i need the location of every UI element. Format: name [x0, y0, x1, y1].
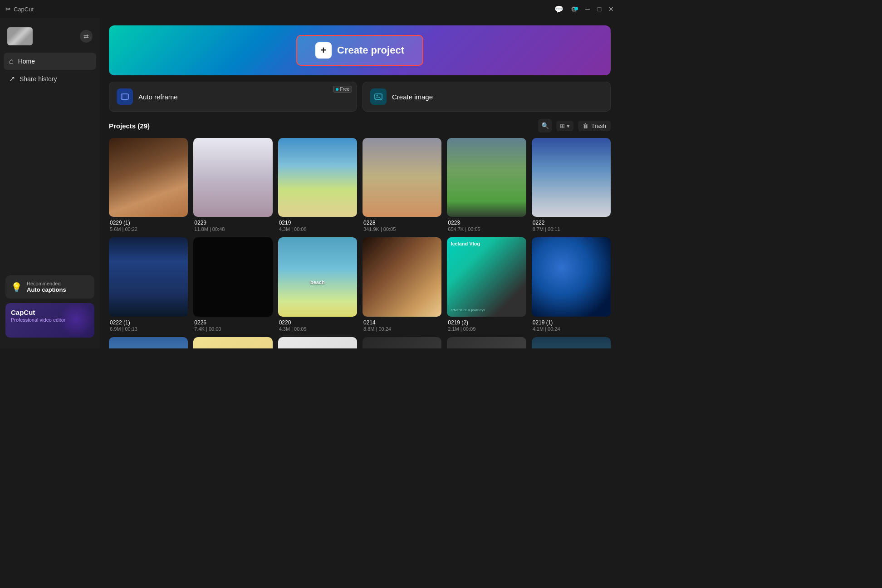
project-meta-8: 4.3M | 00:05: [279, 326, 356, 332]
project-thumb-6: [109, 237, 188, 316]
project-name-5: 0222: [533, 220, 610, 226]
view-toggle-button[interactable]: ⊞ ▾: [556, 121, 573, 131]
recommended-text-area: Recommended Auto captions: [27, 281, 66, 293]
title-bar-right: 💬 ⚙ ─ □ ✕: [554, 5, 614, 14]
auto-reframe-card[interactable]: Auto reframe Free: [109, 82, 357, 112]
project-card-11[interactable]: 0219 (1) 4.1M | 00:24: [532, 237, 611, 331]
app-logo-icon: ✂: [5, 5, 11, 13]
capcut-promo-card[interactable]: CapCut Professional video editor: [5, 303, 94, 338]
project-card-8[interactable]: beach 0220 4.3M | 00:05: [278, 237, 357, 331]
project-meta-3: 341.9K | 00:05: [363, 226, 441, 232]
project-card-14[interactable]: 📱: [278, 337, 357, 348]
create-project-button[interactable]: + Create project: [296, 35, 423, 66]
project-meta-9: 8.8M | 00:24: [363, 326, 441, 332]
project-card-2[interactable]: 0219 4.3M | 00:08: [278, 138, 357, 232]
plus-icon: +: [315, 42, 332, 59]
project-name-7: 0226: [194, 319, 271, 326]
message-icon[interactable]: 💬: [554, 5, 564, 13]
project-name-11: 0219 (1): [533, 319, 610, 326]
create-project-label: Create project: [337, 44, 404, 56]
sidebar-nav: ⌂ Home ↗ Share history: [0, 53, 100, 270]
project-card-4[interactable]: 0223 654.7K | 00:05: [447, 138, 526, 232]
close-button[interactable]: ✕: [608, 6, 614, 12]
project-info-5: 0222 8.7M | 00:11: [532, 220, 611, 232]
project-card-10[interactable]: Iceland Vlog adventure & journeys 0219 (…: [447, 237, 526, 331]
project-card-0[interactable]: 0229 (1) 5.6M | 00:22: [109, 138, 188, 232]
project-info-10: 0219 (2) 2.1M | 00:09: [447, 319, 526, 332]
search-icon: 🔍: [541, 122, 549, 129]
sidebar-item-home-label: Home: [18, 58, 35, 65]
project-thumb-17: [532, 337, 611, 348]
project-card-1[interactable]: 0229 11.8M | 00:48: [193, 138, 272, 232]
project-card-13[interactable]: ❤️: [193, 337, 272, 348]
project-card-12[interactable]: [109, 337, 188, 348]
recommended-label: Recommended: [27, 281, 66, 286]
project-card-5[interactable]: 0222 8.7M | 00:11: [532, 138, 611, 232]
create-image-card[interactable]: Create image: [363, 82, 611, 112]
project-info-11: 0219 (1) 4.1M | 00:24: [532, 319, 611, 332]
project-name-8: 0220: [279, 319, 356, 326]
project-meta-11: 4.1M | 00:24: [533, 326, 610, 332]
project-card-16[interactable]: Default text: [447, 337, 526, 348]
search-projects-button[interactable]: 🔍: [538, 119, 552, 132]
sidebar-item-home[interactable]: ⌂ Home: [4, 53, 96, 70]
project-thumb-2: [278, 138, 357, 217]
bulb-icon: 💡: [11, 282, 22, 293]
sidebar-bottom: 💡 Recommended Auto captions CapCut Profe…: [0, 270, 100, 343]
project-card-7[interactable]: 0226 7.4K | 00:00: [193, 237, 272, 331]
quick-actions: Auto reframe Free Create image: [109, 82, 611, 112]
create-image-icon: [370, 88, 387, 105]
home-icon: ⌂: [9, 57, 14, 65]
project-meta-5: 8.7M | 00:11: [533, 226, 610, 232]
projects-header: Projects (29) 🔍 ⊞ ▾ 🗑 Trash: [109, 119, 611, 132]
project-name-10: 0219 (2): [448, 319, 525, 326]
project-name-1: 0229: [194, 220, 271, 226]
project-thumb-8: beach: [278, 237, 357, 316]
project-info-9: 0214 8.8M | 00:24: [363, 319, 441, 332]
project-meta-7: 7.4K | 00:00: [194, 326, 271, 332]
project-card-17[interactable]: [532, 337, 611, 348]
projects-title: Projects (29): [109, 122, 150, 130]
project-card-9[interactable]: 0214 8.8M | 00:24: [363, 237, 441, 331]
project-thumb-9: [363, 237, 441, 316]
project-name-4: 0223: [448, 220, 525, 226]
hero-banner: + Create project: [109, 25, 611, 75]
project-info-1: 0229 11.8M | 00:48: [193, 220, 272, 232]
title-bar: ✂ CapCut 💬 ⚙ ─ □ ✕: [0, 0, 620, 18]
project-card-3[interactable]: 0228 341.9K | 00:05: [363, 138, 441, 232]
project-info-6: 0222 (1) 6.9M | 00:13: [109, 319, 188, 332]
chevron-down-icon: ▾: [567, 122, 570, 129]
promo-bg-glow: [58, 303, 94, 338]
grid-icon: ⊞: [560, 122, 565, 129]
project-card-6[interactable]: 0222 (1) 6.9M | 00:13: [109, 237, 188, 331]
avatar: [7, 27, 33, 45]
app-name: CapCut: [14, 6, 34, 13]
project-thumb-13: ❤️: [193, 337, 272, 348]
project-info-8: 0220 4.3M | 00:05: [278, 319, 357, 332]
project-thumb-0: [109, 138, 188, 217]
project-thumb-5: [532, 138, 611, 217]
project-thumb-16: Default text: [447, 337, 526, 348]
minimize-button[interactable]: ─: [584, 6, 591, 12]
account-switch-button[interactable]: ⇄: [80, 30, 93, 43]
sidebar-item-share-history[interactable]: ↗ Share history: [4, 70, 96, 88]
sidebar: ⇄ ⌂ Home ↗ Share history 💡 Recommended A…: [0, 18, 100, 348]
trash-button[interactable]: 🗑 Trash: [578, 121, 611, 131]
project-name-9: 0214: [363, 319, 441, 326]
projects-grid: 0229 (1) 5.6M | 00:22 0229 11.8M | 00:48…: [109, 138, 611, 348]
maximize-button[interactable]: □: [596, 6, 603, 12]
trash-icon: 🗑: [583, 122, 588, 129]
auto-reframe-label: Auto reframe: [138, 93, 178, 101]
recommended-auto-captions-card[interactable]: 💡 Recommended Auto captions: [5, 275, 94, 299]
notification-icon-wrap[interactable]: ⚙: [571, 5, 577, 14]
svg-point-3: [377, 95, 378, 97]
svg-rect-1: [122, 94, 127, 99]
message-icon-wrap[interactable]: 💬: [554, 5, 564, 14]
project-card-15[interactable]: Reading: [363, 337, 441, 348]
project-info-2: 0219 4.3M | 00:08: [278, 220, 357, 232]
project-info-7: 0226 7.4K | 00:00: [193, 319, 272, 332]
main-content: + Create project Auto reframe Free: [100, 18, 620, 348]
app-title-area: ✂ CapCut: [5, 5, 34, 13]
project-thumb-12: [109, 337, 188, 348]
project-thumb-15: Reading: [363, 337, 441, 348]
